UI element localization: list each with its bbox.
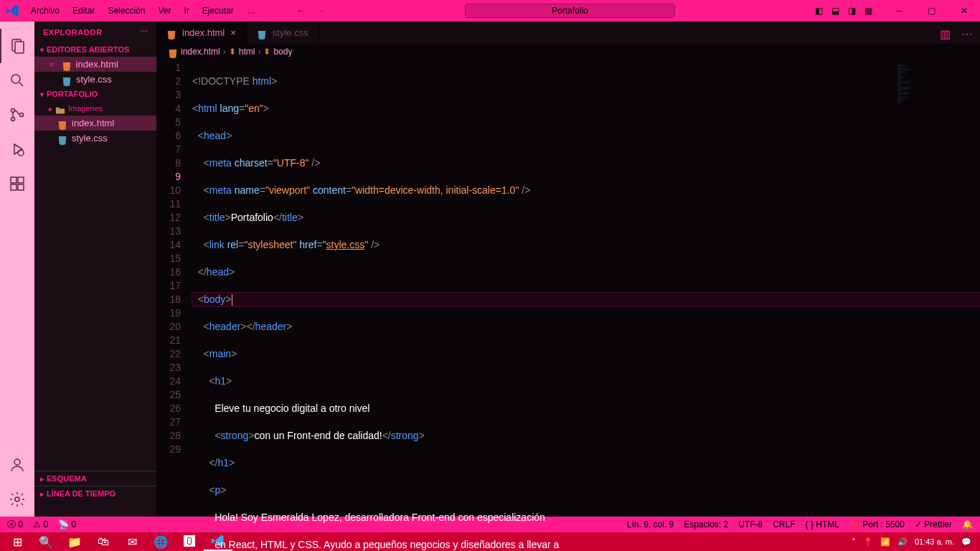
open-editors-header[interactable]: ▾ EDITORES ABIERTOS [34,42,156,57]
tree-file-style[interactable]: style.css [34,131,156,146]
open-editor-style[interactable]: style.css [34,72,156,87]
start-button[interactable]: ⊞ [3,532,32,551]
svg-rect-1 [15,42,24,53]
minimize-button[interactable]: ─ [883,1,915,20]
tree-file-index[interactable]: index.html [34,116,156,131]
css-file-icon [62,75,72,85]
toggle-panel-right-icon[interactable]: ◨ [848,6,856,16]
title-bar: Archivo Editar Selección Ver Ir Ejecutar… [0,0,980,22]
status-warnings[interactable]: ⚠ 0 [33,519,48,529]
menu-bar: Archivo Editar Selección Ver Ir Ejecutar… [25,3,261,19]
split-editor-icon[interactable]: ▥ [940,27,951,41]
close-tab-icon[interactable]: × [230,27,236,38]
svg-point-8 [18,150,24,156]
open-editor-index[interactable]: × index.html [34,57,156,72]
folder-icon [55,103,65,113]
account-icon[interactable] [0,448,34,482]
extensions-icon[interactable] [0,166,34,201]
chevron-right-icon: ▸ [49,105,52,113]
editor-tabs: index.html × style.css [156,22,980,44]
editor-area: index.html × style.css ▥ ⋯ index.html› ⬍… [156,22,980,517]
layout-controls: ◧ ⬓ ◨ ▦ [815,6,883,16]
chevron-down-icon: ▾ [40,90,44,98]
toggle-panel-bottom-icon[interactable]: ⬓ [831,6,839,16]
menu-more[interactable]: … [241,3,261,19]
html-file-icon [57,118,67,128]
settings-gear-icon[interactable] [0,482,34,517]
tab-style-css[interactable]: style.css [247,22,319,44]
svg-point-2 [11,75,20,83]
maximize-button[interactable]: ▢ [915,1,948,20]
outline-header[interactable]: ▸ ESQUEMA [34,471,156,486]
minimap[interactable]: ▬▬▬▬▬▬▬▬▬▬▬▬▬▬▬▬▬▬▬▬▬▬▬▬▬▬▬▬▬▬▬▬▬▬▬▬▬▬▬▬… [897,63,969,171]
timeline-header[interactable]: ▸ LÍNEA DE TIEMPO [34,486,156,501]
svg-point-5 [11,118,15,121]
svg-point-13 [14,459,20,465]
taskbar-mail-icon[interactable]: ✉ [118,532,146,551]
svg-line-3 [19,83,23,86]
code-editor[interactable]: 1234567891011121314151617181920212223242… [156,60,980,551]
activity-bar [0,22,34,517]
explorer-more-icon[interactable]: ⋯ [140,27,149,37]
nav-back-icon[interactable]: ← [297,6,306,16]
svg-rect-12 [18,177,24,183]
css-file-icon [257,28,267,38]
html-file-icon [62,60,72,70]
close-icon[interactable]: × [49,59,55,70]
menu-archivo[interactable]: Archivo [25,3,65,19]
menu-editar[interactable]: Editar [67,3,100,19]
editor-more-icon[interactable]: ⋯ [961,27,973,41]
nav-forward-icon[interactable]: → [316,6,325,16]
explorer-icon[interactable] [0,29,34,63]
project-header[interactable]: ▾ PORTAFOLIO [34,87,156,101]
status-radio-icon[interactable]: 📡 0 [58,519,76,529]
chevron-down-icon: ▾ [40,46,44,54]
explorer-sidebar: EXPLORADOR ⋯ ▾ EDITORES ABIERTOS × index… [34,22,156,517]
status-errors[interactable]: ⓧ 0 [7,519,23,531]
breadcrumb[interactable]: index.html› ⬍html› ⬍body [156,44,980,60]
command-center[interactable]: Portafolio [465,4,675,18]
css-file-icon [57,133,67,143]
html-file-icon [166,28,176,38]
svg-rect-10 [11,184,17,190]
customize-layout-icon[interactable]: ▦ [864,6,872,16]
folder-imagenes[interactable]: ▸ Imagenes [34,101,156,116]
chevron-right-icon: ▸ [40,490,44,498]
svg-point-14 [15,497,19,501]
html-file-icon [168,47,178,57]
search-icon[interactable] [0,63,34,98]
nav-arrows: ← → [297,6,325,16]
menu-ver[interactable]: Ver [152,3,176,19]
close-button[interactable]: ✕ [948,1,980,20]
svg-rect-9 [11,177,17,183]
toggle-panel-left-icon[interactable]: ◧ [815,6,823,16]
taskbar-explorer-icon[interactable]: 📁 [60,532,89,551]
svg-rect-11 [18,184,24,190]
svg-point-4 [11,109,15,113]
run-debug-icon[interactable] [0,132,34,166]
line-numbers: 1234567891011121314151617181920212223242… [156,60,192,551]
chevron-right-icon: ▸ [40,475,44,483]
explorer-title: EXPLORADOR ⋯ [34,22,156,42]
taskbar-search-icon[interactable]: 🔍 [32,532,60,551]
menu-ejecutar[interactable]: Ejecutar [197,3,240,19]
svg-point-6 [20,113,24,117]
code-content[interactable]: <!DOCTYPE html> <html lang="en"> <head> … [192,60,980,551]
tab-index-html[interactable]: index.html × [156,22,247,44]
taskbar-store-icon[interactable]: 🛍 [89,532,118,551]
source-control-icon[interactable] [0,98,34,132]
vscode-logo-icon [0,4,25,18]
menu-seleccion[interactable]: Selección [102,3,151,19]
menu-ir[interactable]: Ir [178,3,194,19]
